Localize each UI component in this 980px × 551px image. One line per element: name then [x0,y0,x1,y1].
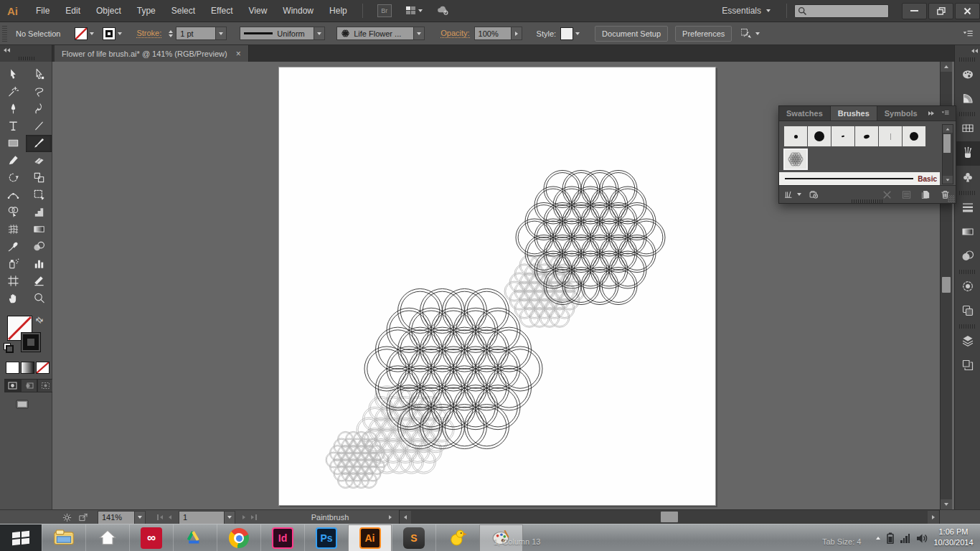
taskbar-chrome[interactable] [217,524,260,551]
taskbar-google-drive[interactable] [173,524,217,551]
free-transform-tool[interactable] [26,187,52,204]
dock-transparency-panel[interactable] [955,245,980,269]
scroll-up-icon[interactable] [941,62,952,72]
menu-help[interactable]: Help [321,0,355,22]
tiny-dash-brush[interactable] [831,126,854,146]
brush-definition-field[interactable]: Life Flower ... [336,27,413,40]
medium-dot-brush[interactable] [903,126,925,146]
stroke-panel-link[interactable]: Stroke: [136,29,161,38]
column-graph-tool[interactable] [26,255,52,273]
workspace-switcher[interactable]: Essentials [722,6,771,16]
restore-button[interactable] [928,3,953,19]
expand-panels-icon[interactable] [955,45,980,57]
brush-item-basic[interactable]: Basic [779,172,940,185]
arrange-documents-button[interactable] [406,6,423,15]
width-profile-field[interactable]: Uniform [240,27,314,40]
dock-grip[interactable] [959,112,976,116]
draw-inside-button[interactable] [37,379,54,392]
scroll-right-icon[interactable] [928,511,939,524]
default-fill-stroke-icon[interactable] [4,343,14,353]
menu-select[interactable]: Select [164,0,203,22]
style-dropdown-icon[interactable] [575,32,580,35]
next-artboard-icon[interactable] [242,515,245,519]
draw-normal-button[interactable] [4,379,21,392]
type-tool[interactable] [0,118,26,135]
panel-tab-symbols[interactable]: Symbols [877,106,925,121]
rectangle-tool[interactable] [0,135,26,152]
none-button[interactable] [36,362,50,374]
volume-icon[interactable] [916,533,928,544]
perspective-grid-tool[interactable] [26,204,52,221]
horizontal-scroll-thumb[interactable] [661,512,678,522]
stroke-weight-stepper[interactable] [169,30,173,37]
close-tab-icon[interactable]: × [236,49,241,59]
battery-icon[interactable] [887,532,894,544]
tray-expand-icon[interactable] [876,537,880,540]
horizontal-scrollbar[interactable] [399,509,940,525]
large-dot-brush[interactable] [808,126,831,146]
change-screen-mode-button[interactable] [11,397,33,410]
search-input[interactable] [794,4,889,18]
slice-tool[interactable] [26,273,52,290]
menu-edit[interactable]: Edit [57,0,88,22]
brush-definition-dropdown[interactable] [413,27,425,40]
dock-gradient-panel[interactable] [955,220,980,245]
new-brush-icon[interactable] [920,189,932,201]
taskbar-rubber-duck[interactable] [435,524,479,551]
small-dot-brush[interactable] [784,126,807,146]
rotate-tool[interactable] [0,169,26,187]
dock-grip[interactable] [959,191,976,195]
stroke-swatch[interactable] [21,332,41,352]
scale-tool[interactable] [26,169,52,187]
brush-pen-tool[interactable] [26,100,52,118]
vertical-scroll-thumb[interactable] [942,277,951,293]
taskbar-home[interactable] [85,524,129,551]
scroll-down-icon[interactable] [941,499,952,509]
pen-tool[interactable] [0,100,26,118]
menu-object[interactable]: Object [88,0,129,22]
thin-line-brush[interactable] [879,126,902,146]
menu-view[interactable]: View [241,0,275,22]
menu-window[interactable]: Window [275,0,321,22]
scroll-left-icon[interactable] [400,511,411,524]
panel-drag-grip[interactable] [852,199,883,203]
collapse-tabs-icon[interactable] [4,48,10,52]
panel-menu-icon[interactable] [940,108,951,118]
taskbar-clock[interactable]: 1:06 PM 10/30/2014 [930,527,977,548]
dock-brushes-panel[interactable] [955,141,980,166]
menu-effect[interactable]: Effect [203,0,240,22]
close-button[interactable] [955,3,980,19]
paintbrush-tool[interactable] [26,135,52,152]
panel-scrollbar[interactable] [942,124,953,184]
libraries-panel-icon[interactable] [809,189,821,201]
artboard-tool[interactable] [0,273,26,290]
fill-dropdown-icon[interactable] [90,32,94,35]
opacity-panel-link[interactable]: Opacity: [440,29,469,38]
panel-scroll-thumb[interactable] [943,134,951,153]
width-tool[interactable] [0,187,26,204]
preferences-button[interactable]: Preferences [675,26,732,42]
dock-grip[interactable] [959,324,976,329]
gradient-tool[interactable] [26,221,52,238]
stroke-weight-field[interactable]: 1 pt [176,27,215,40]
dock-artboards-panel[interactable] [955,354,980,378]
taskbar-illustrator[interactable]: Ai [348,524,392,551]
dock-swatches-panel[interactable] [955,117,980,141]
taskbar-indesign[interactable]: Id [260,524,304,551]
select-similar-dropdown[interactable] [755,32,760,35]
panel-tab-brushes[interactable]: Brushes [830,106,877,121]
stroke-dropdown-icon[interactable] [118,32,122,35]
hand-tool[interactable] [0,290,26,307]
dock-grip[interactable] [959,57,976,62]
menu-file[interactable]: File [28,0,57,22]
dock-stroke-panel[interactable] [955,196,980,220]
opacity-field[interactable]: 100% [474,27,511,40]
dock-appearance-panel[interactable] [955,275,980,299]
opacity-dropdown[interactable] [511,27,522,40]
magic-wand-tool[interactable] [0,83,26,100]
width-profile-dropdown[interactable] [314,27,325,40]
gradient-button[interactable] [21,362,34,374]
menu-type[interactable]: Type [129,0,164,22]
zoom-dropdown[interactable] [134,511,146,524]
swap-fill-stroke-icon[interactable]: ⇄ [34,314,46,326]
